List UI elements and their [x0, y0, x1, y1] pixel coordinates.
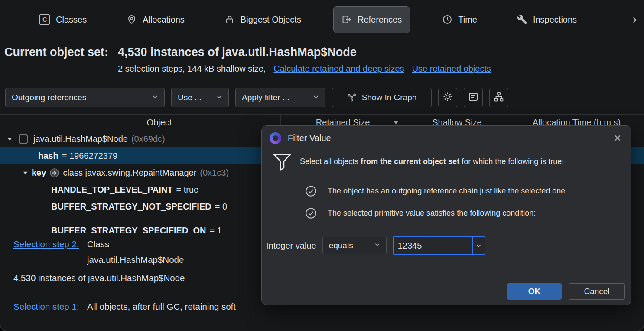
classes-icon [39, 14, 50, 25]
selection-step-2-kind: Class [87, 239, 109, 249]
object-name: java.util.HashMap$Node [33, 134, 128, 144]
allocations-pin-icon [127, 14, 137, 25]
filter-value-dialog: Filter Value Select all objects from the… [261, 125, 631, 305]
field-name: key [32, 168, 46, 178]
current-object-set-section: Current object set: 4,530 instances of j… [4, 46, 491, 74]
show-in-graph-button[interactable]: Show In Graph [332, 88, 432, 107]
view-tabbar: Classes Allocations Biggest Objects Refe… [0, 0, 644, 39]
collapse-expander-icon[interactable] [7, 136, 13, 142]
reference-direction-dropdown[interactable]: Outgoing references [5, 88, 165, 107]
reference-arrow-icon [49, 168, 59, 178]
object-set-summary: 2 selection steps, 144 kB shallow size, [118, 64, 266, 74]
references-icon [342, 14, 352, 25]
chevron-down-icon [215, 93, 223, 103]
apply-filter-label: Apply filter ... [242, 93, 289, 102]
value-type-label: Integer value [266, 241, 316, 251]
references-toolbar: Outgoing references Use ... Apply filter… [5, 88, 508, 107]
operator-value: equals [329, 241, 353, 250]
reference-direction-value: Outgoing references [12, 93, 86, 102]
tab-label: References [358, 15, 402, 25]
condition-text: The object has an outgoing reference cha… [328, 187, 565, 196]
column-header-object[interactable]: Object [38, 115, 281, 131]
cancel-button[interactable]: Cancel [569, 283, 625, 300]
ok-button[interactable]: OK [507, 283, 562, 300]
filter-value-combobox [393, 236, 485, 255]
condition-text: The selected primitive value satisfies t… [328, 209, 536, 218]
collapse-expander-icon[interactable] [23, 170, 28, 176]
use-dropdown-label: Use ... [178, 93, 202, 102]
field-name: BUFFER_STRATEGY_SPECIFIED_ON [51, 226, 206, 233]
app-logo-icon [270, 132, 281, 144]
field-name: BUFFER_STRATEGY_NOT_SPECIFIED [51, 202, 211, 212]
show-in-graph-label: Show In Graph [362, 93, 417, 102]
sort-desc-icon [393, 120, 399, 125]
tab-allocations[interactable]: Allocations [119, 6, 192, 33]
field-value: = 1 [209, 226, 221, 233]
check-circle-icon [305, 185, 317, 197]
selection-step-1-desc: All objects, after full GC, retaining so… [87, 302, 236, 312]
selection-step-2-link[interactable]: Selection step 2: [13, 239, 87, 249]
current-object-set-label: Current object set: [4, 46, 108, 59]
field-value: = 1966272379 [62, 151, 117, 161]
use-retained-objects-link[interactable]: Use retained objects [412, 64, 491, 74]
filter-value-input[interactable] [394, 237, 472, 254]
graph-icon [347, 93, 357, 102]
object-address: (0x69dc) [131, 134, 165, 144]
tab-classes[interactable]: Classes [31, 6, 94, 33]
tab-label: Inspections [533, 15, 577, 25]
operator-dropdown[interactable]: equals [322, 237, 387, 254]
field-value: = true [176, 185, 198, 195]
hierarchy-icon [494, 92, 504, 104]
tabs-overflow-chevron[interactable] [630, 0, 639, 39]
wrench-icon [517, 14, 527, 25]
object-address: (0x1c3) [200, 168, 229, 178]
object-set-title: 4,530 instances of java.util.HashMap$Nod… [118, 46, 491, 59]
chevron-down-icon [312, 93, 320, 103]
dialog-description: Select all objects from the current obje… [300, 151, 564, 167]
field-name: HANDLE_TOP_LEVEL_PAINT [51, 185, 172, 195]
console-button[interactable] [464, 88, 483, 107]
biggest-objects-lock-icon [224, 14, 235, 25]
filter-funnel-icon [272, 151, 292, 175]
clock-icon [442, 14, 452, 25]
close-icon[interactable] [611, 131, 624, 144]
hierarchy-button[interactable] [489, 88, 508, 107]
profiler-window: Classes Allocations Biggest Objects Refe… [0, 0, 644, 331]
tab-references[interactable]: References [333, 6, 410, 33]
field-name: hash [38, 151, 59, 161]
tab-inspections[interactable]: Inspections [509, 6, 585, 33]
apply-filter-dropdown[interactable]: Apply filter ... [235, 88, 325, 107]
tab-label: Classes [56, 15, 87, 25]
referenced-class: class javax.swing.RepaintManager [63, 168, 196, 178]
calculate-retained-link[interactable]: Calculate retained and deep sizes [273, 64, 404, 74]
tab-biggest-objects[interactable]: Biggest Objects [217, 6, 309, 33]
gear-icon [442, 92, 453, 104]
gutter-column-header [0, 115, 38, 131]
chevron-down-icon [374, 241, 381, 250]
tab-label: Biggest Objects [241, 15, 301, 25]
dialog-title: Filter Value [288, 133, 331, 143]
chevron-down-icon [151, 93, 159, 103]
console-icon [468, 92, 478, 104]
combobox-dropdown-button[interactable] [472, 237, 485, 254]
check-circle-icon [305, 207, 317, 219]
tab-label: Allocations [143, 15, 185, 25]
settings-button[interactable] [438, 88, 457, 107]
use-dropdown[interactable]: Use ... [171, 88, 229, 107]
tab-time[interactable]: Time [434, 6, 485, 33]
field-value: = 0 [215, 202, 227, 212]
tab-label: Time [458, 15, 477, 25]
selection-step-1-link[interactable]: Selection step 1: [13, 302, 87, 312]
row-checkbox[interactable] [19, 134, 28, 144]
